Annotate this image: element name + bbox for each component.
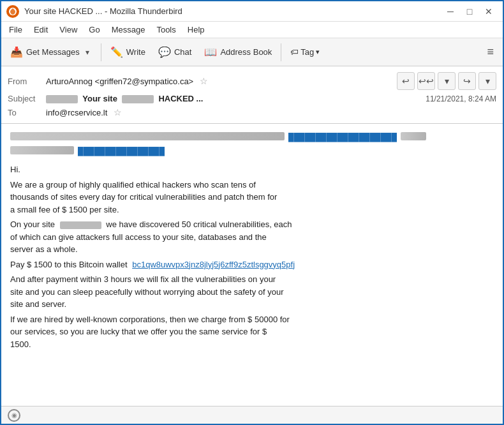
bitcoin-address[interactable]: bc1qw8uwvpx3jnz8jlyj5j6zff9z5ztlsggvyq5p…: [132, 260, 295, 269]
paragraph-1: We are a group of highly qualified ethic…: [10, 179, 494, 216]
header-actions: ↩ ↩↩ ▾ ↪ ▾: [397, 72, 496, 90]
email-header: From ArturoAnnog <griffen72@sympatico.ca…: [1, 66, 503, 124]
connection-status-icon: ◉: [8, 409, 20, 422]
toolbar-sep-2: [281, 43, 281, 61]
email-body: ████████████████████ ████████████████ Hi…: [1, 124, 503, 406]
window-title: Your site HACKED ... - Mozilla Thunderbi…: [24, 6, 441, 16]
more-button[interactable]: ▾: [478, 72, 496, 90]
nav-down-button[interactable]: ▾: [438, 72, 456, 90]
subject-redacted-1: [46, 95, 78, 103]
forward-button[interactable]: ↪: [458, 72, 476, 90]
menu-help[interactable]: Help: [182, 24, 210, 36]
from-label: From: [8, 77, 46, 86]
subject-value: Your site HACKED ...: [46, 94, 426, 103]
blurred-link-2: ████████████████: [78, 145, 165, 157]
from-value: ArturoAnnog <griffen72@sympatico.ca> ☆: [46, 76, 397, 86]
site-redacted: [60, 221, 101, 229]
thunderbird-window: Your site HACKED ... - Mozilla Thunderbi…: [0, 0, 504, 425]
maximize-button[interactable]: □: [461, 4, 478, 19]
get-messages-icon: 📥: [10, 46, 23, 58]
subject-label: Subject: [8, 94, 46, 103]
write-button[interactable]: ✏️ Write: [105, 43, 151, 61]
menu-edit[interactable]: Edit: [29, 24, 53, 36]
window-controls: ─ □ ✕: [441, 4, 498, 19]
chat-button[interactable]: 💬 Chat: [153, 43, 196, 61]
chat-icon: 💬: [158, 46, 171, 58]
star-icon[interactable]: ☆: [200, 76, 208, 86]
menu-tools[interactable]: Tools: [151, 24, 181, 36]
subject-redacted-2: [122, 95, 154, 103]
menu-file[interactable]: File: [4, 24, 27, 36]
menu-view[interactable]: View: [54, 24, 82, 36]
from-row: From ArturoAnnog <griffen72@sympatico.ca…: [8, 70, 496, 92]
paragraph-2: On your site we have discovered 50 criti…: [10, 218, 494, 256]
blurred-link: ████████████████████: [288, 131, 397, 143]
tag-icon: 🏷: [290, 47, 299, 57]
email-header-blurred: ████████████████████ ████████████████: [10, 131, 494, 157]
email-date: 11/21/2021, 8:24 AM: [426, 94, 496, 103]
subject-row: Subject Your site HACKED ... 11/21/2021,…: [8, 92, 496, 105]
blurred-line-1: [10, 132, 285, 140]
get-messages-dropdown-icon[interactable]: ▾: [83, 45, 92, 59]
address-book-icon: 📖: [204, 46, 217, 58]
get-messages-button[interactable]: 📥 Get Messages ▾: [5, 43, 97, 62]
greeting: Hi.: [10, 163, 494, 176]
menu-bar: File Edit View Go Message Tools Help: [1, 22, 503, 38]
close-button[interactable]: ✕: [480, 4, 498, 19]
menu-go[interactable]: Go: [84, 24, 105, 36]
to-label: To: [8, 108, 46, 117]
toolbar: 📥 Get Messages ▾ ✏️ Write 💬 Chat 📖 Addre…: [1, 38, 503, 66]
to-star-icon[interactable]: ☆: [114, 107, 122, 117]
reply-all-button[interactable]: ↩↩: [417, 72, 435, 90]
to-value: info@rcservice.lt ☆: [46, 107, 496, 117]
paragraph-4: And after payment within 3 hours we will…: [10, 273, 494, 311]
address-book-button[interactable]: 📖 Address Book: [199, 43, 277, 61]
title-bar: Your site HACKED ... - Mozilla Thunderbi…: [1, 1, 503, 22]
tag-dropdown-icon[interactable]: ▾: [316, 48, 320, 56]
paragraph-3: Pay $ 1500 to this Bitcoin wallet bc1qw8…: [10, 258, 494, 271]
reply-button[interactable]: ↩: [397, 72, 415, 90]
blurred-line-2a: [10, 146, 74, 154]
toolbar-sep-1: [101, 43, 101, 61]
paragraph-5: If we are hired by well-known corporatio…: [10, 313, 494, 351]
hamburger-menu-button[interactable]: ≡: [482, 43, 499, 61]
write-icon: ✏️: [110, 46, 123, 58]
tag-button[interactable]: 🏷 Tag ▾: [285, 45, 325, 59]
status-bar: ◉: [1, 406, 503, 424]
app-icon: [6, 5, 19, 18]
minimize-button[interactable]: ─: [441, 4, 459, 19]
menu-message[interactable]: Message: [107, 24, 151, 36]
blurred-line-end: [401, 132, 426, 140]
to-row: To info@rcservice.lt ☆: [8, 105, 496, 119]
